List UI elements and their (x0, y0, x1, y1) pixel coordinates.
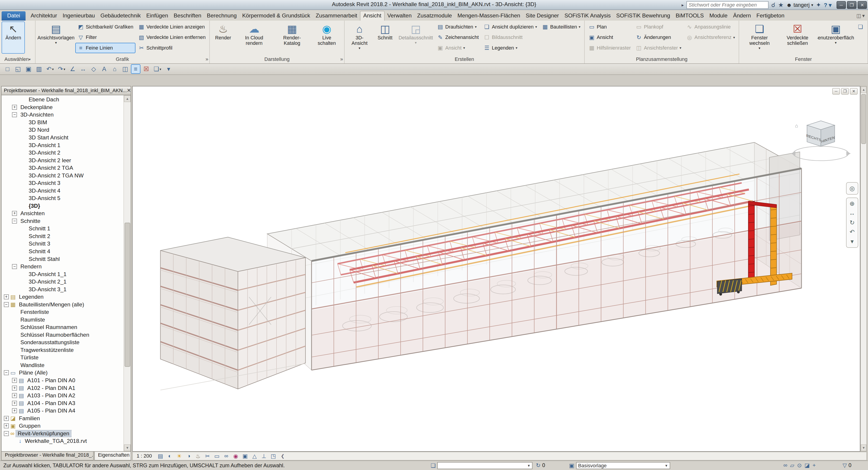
navbar-expand-button[interactable]: ▾ (847, 237, 857, 246)
tab-project-browser[interactable]: Projektbrowser - Werkhalle final_2018_..… (1, 452, 94, 461)
scroll-up-icon[interactable]: ▲ (124, 95, 131, 102)
rewind-button[interactable]: ↶ (847, 227, 857, 237)
design-options-icon[interactable]: ▣ (569, 462, 574, 469)
section-button[interactable]: ◫ (121, 64, 130, 74)
expand-icon[interactable]: + (12, 378, 17, 383)
panel-label-fenster[interactable]: Fenster (739, 55, 868, 63)
button-ansicht-duplizieren[interactable]: ❏Ansicht duplizieren▾ (482, 22, 539, 32)
scroll-down-icon[interactable]: ▼ (124, 444, 131, 451)
view-minimize-button[interactable]: ─ (832, 88, 840, 95)
help-menu[interactable]: ? ▾ (824, 2, 832, 8)
pan-button[interactable]: ↔ (847, 208, 857, 218)
scroll-down-icon[interactable]: ▼ (861, 444, 866, 451)
tree-item-3d-bim[interactable]: 3D BIM (2, 119, 124, 126)
tree-item-werkhalle-tga-2018-rvt[interactable]: ↓Werkhalle_TGA_2018.rvt (2, 437, 124, 445)
collapse-icon[interactable]: − (4, 302, 9, 307)
button-ansichtsfenster[interactable]: ◫Ansichtsfenster▾ (633, 43, 683, 53)
button-draufsichten[interactable]: ▤Draufsichten▾ (435, 22, 481, 32)
detail-level-button[interactable]: ▤ (156, 453, 164, 459)
tree-item-3d-ansichten[interactable]: −3D-Ansichten (2, 111, 124, 119)
scroll-up-icon[interactable]: ▲ (861, 86, 866, 93)
overflow-left-icon[interactable]: ❮ (281, 453, 284, 459)
button-in-cloud-rendern[interactable]: ☁In Cloud rendern (236, 22, 273, 54)
button-render[interactable]: ♨Render (211, 22, 235, 54)
ribbon-tab-module[interactable]: Module (707, 11, 730, 20)
expand-icon[interactable]: + (12, 408, 17, 413)
editing-requests[interactable]: ↻ 0 (536, 462, 545, 469)
collapse-icon[interactable]: − (4, 431, 9, 436)
expand-icon[interactable]: + (4, 416, 9, 421)
workset-icon[interactable]: ❏ (431, 462, 436, 469)
ribbon-tab-ndern[interactable]: Ändern (730, 11, 753, 20)
close-icon[interactable]: ✕ (127, 88, 131, 93)
close-button[interactable]: ✕ (858, 1, 867, 9)
tree-item-3d-ansicht-1-1[interactable]: 3D-Ansicht 1_1 (2, 270, 124, 278)
drag-on-selection-toggle[interactable]: + (812, 462, 815, 468)
tree-item-schnitt-4[interactable]: Schnitt 4 (2, 247, 124, 255)
tree-item-familien[interactable]: +◪Familien (2, 415, 124, 422)
open-file-button[interactable]: ◱ (13, 64, 23, 74)
user-menu[interactable]: ☻ tangerj ▾ (786, 2, 813, 8)
ribbon-tab-berechnung[interactable]: Berechnung (204, 11, 240, 20)
tree-item-revit-verkn-pfungen[interactable]: −∞Revit-Verknüpfungen (2, 430, 124, 437)
tree-item-3d-ansicht-3[interactable]: 3D-Ansicht 3 (2, 179, 124, 187)
workset-select[interactable]: ▼ (437, 462, 532, 469)
select-by-face-toggle[interactable]: ◪ (804, 462, 810, 469)
ribbon-tab-fertigbeton[interactable]: Fertigbeton (753, 11, 787, 20)
expand-icon[interactable]: + (12, 401, 17, 406)
tree-item-raumliste[interactable]: Raumliste (2, 316, 124, 324)
button-ansichtsreferenz[interactable]: ◎Ansichtsreferenz▾ (684, 32, 737, 43)
scale-button[interactable]: 1 : 200 (135, 453, 155, 459)
ribbon-tab-verwalten[interactable]: Verwalten (384, 11, 414, 20)
undo-button[interactable]: ↶▾ (45, 64, 55, 74)
tree-item-legenden[interactable]: +▤Legenden (2, 293, 124, 301)
tree-item-rendern[interactable]: −Rendern (2, 263, 124, 270)
select-links-toggle[interactable]: ∞ (783, 462, 787, 468)
tree-item-3d-ansicht-3-1[interactable]: 3D-Ansicht 3_1 (2, 286, 124, 293)
ribbon-tab-geb-udetechnik[interactable]: Gebäudetechnik (98, 11, 144, 20)
file-menu-button[interactable]: Datei (2, 11, 26, 20)
panel-label-grafik[interactable]: Grafik» (35, 55, 209, 63)
tree-item-ebene-dach[interactable]: Ebene Dach (2, 96, 124, 104)
button-verdeckte-linien-anzeigen[interactable]: ▦Verdeckte Linien anzeigen (136, 22, 208, 32)
tree-item-schnitt-2[interactable]: Schnitt 2 (2, 232, 124, 240)
ribbon-minimize-button[interactable]: ◫ ▾ (857, 13, 865, 20)
tree-item-a102-plan-din-a1[interactable]: +▤A102 - Plan DIN A1 (2, 384, 124, 392)
tree-item-schnitt-1[interactable]: Schnitt 1 (2, 225, 124, 233)
aligned-dimension-button[interactable]: ↔ (79, 64, 88, 74)
tree-item-3d-ansicht-2-tga[interactable]: 3D-Ansicht 2 TGA (2, 164, 124, 172)
reveal-constraints-button[interactable]: ⊥ (260, 453, 268, 459)
project-browser-scrollbar[interactable]: ▲ ▼ (123, 95, 131, 451)
view-close-button[interactable]: ✕ (850, 88, 858, 95)
tree-item-fensterliste[interactable]: Fensterliste (2, 308, 124, 316)
ribbon-tab-ingenieurbau[interactable]: Ingenieurbau (60, 11, 98, 20)
ribbon-tab-architektur[interactable]: Architektur (28, 11, 60, 20)
zoom-button[interactable]: ⊕ (847, 199, 857, 209)
button-tile-windows-icon[interactable]: ❏ (855, 22, 866, 32)
analytical-model-button[interactable]: △ (250, 453, 259, 459)
ribbon-tab-k-rpermodell-grundst-ck[interactable]: Körpermodell & Grundstück (240, 11, 313, 20)
expand-icon[interactable]: + (12, 105, 17, 110)
reveal-hidden-button[interactable]: ◉ (231, 453, 240, 459)
tree-item-schl-ssel-raumoberfl-chen[interactable]: Schlüssel Raumoberflächen (2, 331, 124, 339)
tree-item-sonderausstattungsliste[interactable]: Sonderausstattungsliste (2, 339, 124, 347)
button-benutzeroberfl-che[interactable]: ▣Benutzeroberfläche▾ (817, 22, 855, 54)
scrollbar-thumb[interactable] (861, 94, 866, 144)
binoculars-icon[interactable]: ☌ (771, 1, 775, 9)
default-3d-view-button[interactable]: ⌂ (110, 64, 119, 74)
ribbon-tab-beschriften[interactable]: Beschriften (171, 11, 204, 20)
tree-item-deckenpl-ne[interactable]: +Deckenpläne (2, 104, 124, 111)
ribbon-tab-mengen-massen-fl-chen[interactable]: Mengen-Massen-Flächen (455, 11, 523, 20)
tree-item-3d-ansicht-2-leer[interactable]: 3D-Ansicht 2 leer (2, 156, 124, 164)
text-button[interactable]: A (99, 64, 109, 74)
tree-item-3d-ansicht-2-tga-nw[interactable]: 3D-Ansicht 2 TGA NW (2, 172, 124, 179)
ribbon-tab-site-designer[interactable]: Site Designer (523, 11, 562, 20)
temporary-view-properties-button[interactable]: ▣ (241, 453, 249, 459)
close-inactive-views-button[interactable]: ☒ (142, 64, 151, 74)
crop-view-button[interactable]: ✂ (203, 453, 212, 459)
tree-item-3d-start-ansicht[interactable]: 3D Start Ansicht (2, 134, 124, 141)
collapse-icon[interactable]: − (4, 370, 9, 375)
tree-item-3d-nord[interactable]: 3D Nord (2, 126, 124, 134)
rendering-dialog-button[interactable]: ♨ (194, 453, 203, 459)
ribbon-tab-sofistik-bewehrung[interactable]: SOFiSTiK Bewehrung (613, 11, 673, 20)
